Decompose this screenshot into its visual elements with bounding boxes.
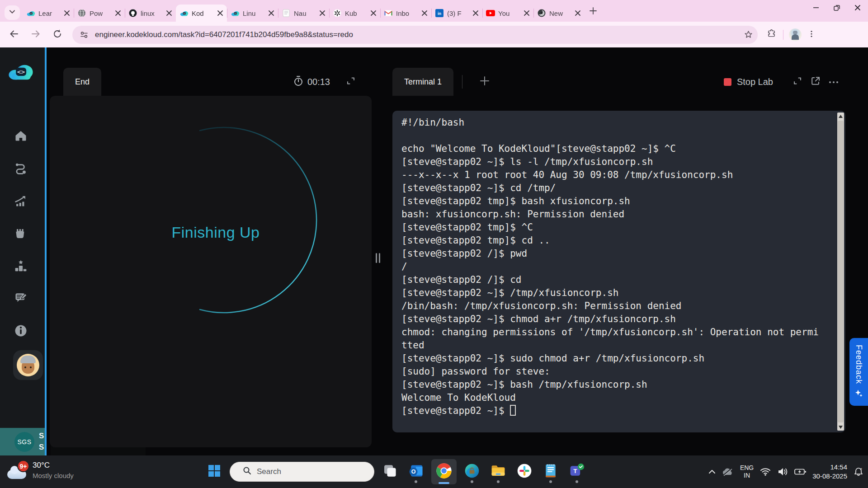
back-button[interactable] — [6, 27, 22, 42]
sidebar-user-avatar[interactable] — [13, 350, 43, 380]
browser-tab[interactable]: You — [482, 5, 533, 22]
reload-button[interactable] — [50, 27, 65, 42]
taskbar-app-chrome[interactable] — [431, 459, 457, 484]
add-terminal-button[interactable] — [477, 74, 492, 89]
taskbar-app-edge[interactable] — [461, 461, 483, 483]
taskbar-app-notepad[interactable] — [540, 461, 561, 483]
close-icon[interactable] — [575, 10, 581, 16]
tab-terminal-1[interactable]: Terminal 1 — [392, 68, 453, 96]
user-presence-overlay[interactable]: SGS S S — [0, 428, 47, 455]
browser-tab[interactable]: New — [533, 5, 585, 22]
sidebar-item-feedback[interactable] — [12, 290, 30, 308]
close-icon[interactable] — [268, 10, 274, 16]
browser-tab[interactable]: linux — [125, 5, 176, 22]
task-view-button[interactable] — [379, 461, 401, 483]
minimize-button[interactable] — [806, 0, 826, 17]
browser-tab[interactable]: Kub — [329, 5, 380, 22]
browser-tab[interactable]: Pow — [74, 5, 125, 22]
fullscreen-button[interactable] — [788, 73, 807, 91]
close-window-button[interactable] — [847, 0, 868, 17]
terminal-line: [steve@stapp02 /]$ cd — [401, 273, 827, 286]
tray-chevron-button[interactable] — [708, 469, 716, 474]
browser-tab[interactable]: <>Linu — [227, 5, 278, 22]
close-icon[interactable] — [166, 10, 172, 16]
tab-label: You — [498, 9, 520, 17]
browser-tab[interactable]: in(3) F — [431, 5, 482, 22]
page-viewport: <> SGS S S End — [0, 47, 868, 455]
browser-tab[interactable]: <>Kod — [176, 5, 227, 22]
wifi-icon[interactable] — [760, 468, 771, 476]
weather-widget[interactable]: 9+ 30°C Mostly cloudy — [6, 459, 74, 482]
close-icon[interactable] — [370, 10, 377, 16]
task-panel: End 00:13 Finish — [50, 68, 372, 447]
kodekloud-logo[interactable]: <> — [8, 61, 34, 81]
volume-icon[interactable] — [777, 467, 788, 476]
temperature: 30°C — [33, 461, 74, 470]
notification-bell-icon[interactable]: z — [854, 467, 863, 477]
language-indicator[interactable]: ENG IN — [740, 464, 754, 479]
close-icon[interactable] — [115, 10, 121, 16]
sidebar-item-home[interactable] — [12, 127, 30, 145]
tab-search-button[interactable] — [5, 5, 20, 20]
sidebar-item-progress[interactable] — [12, 192, 30, 211]
battery-icon[interactable] — [794, 468, 806, 475]
sidebar-item-paths[interactable] — [12, 160, 30, 178]
new-tab-button[interactable] — [586, 5, 600, 19]
panel-resize-handle[interactable] — [376, 253, 382, 263]
taskbar-app-teams[interactable]: T — [566, 461, 588, 483]
scrollbar-thumb[interactable] — [838, 121, 844, 422]
profile-button[interactable] — [787, 27, 803, 43]
windows-taskbar: 9+ 30°C Mostly cloudy Search OT ENG IN — [0, 455, 868, 488]
more-options-button[interactable] — [825, 73, 843, 91]
close-icon[interactable] — [524, 10, 530, 16]
svg-text:in: in — [438, 11, 441, 16]
feedback-button[interactable]: Feedback — [849, 338, 868, 406]
browser-tab[interactable]: Inbo — [380, 5, 431, 22]
chevron-down-icon — [9, 8, 16, 17]
bookmark-star-icon[interactable] — [744, 30, 753, 39]
taskbar-search[interactable]: Search — [230, 462, 374, 482]
close-icon[interactable] — [472, 10, 479, 16]
sidebar-item-labs[interactable] — [12, 225, 30, 243]
site-settings-icon[interactable] — [80, 30, 89, 39]
notification-count-badge: 9+ — [17, 460, 29, 472]
teams-icon: T — [569, 463, 585, 481]
scroll-up-icon[interactable] — [837, 113, 844, 120]
extensions-button[interactable] — [763, 27, 779, 43]
address-bar[interactable]: engineer.kodekloud.com/task?id=6407201f7… — [72, 26, 758, 44]
feedback-chat-icon — [14, 292, 28, 306]
browser-toolbar: engineer.kodekloud.com/task?id=6407201f7… — [0, 22, 868, 47]
sidebar-item-leaderboard[interactable] — [12, 258, 30, 276]
open-new-window-button[interactable] — [807, 73, 825, 91]
close-icon[interactable] — [217, 10, 223, 16]
tab-label: Kod — [192, 9, 213, 17]
scroll-down-icon[interactable] — [837, 423, 844, 431]
start-button[interactable] — [203, 461, 225, 483]
cloud-weather-icon: 9+ — [6, 459, 30, 482]
terminal-cursor — [510, 405, 516, 416]
close-icon[interactable] — [319, 10, 326, 16]
taskbar-app-slack[interactable] — [514, 461, 535, 483]
browser-tab[interactable]: <>Lear — [23, 5, 74, 22]
clock[interactable]: 14:54 30-08-2025 — [812, 463, 847, 481]
tab-end[interactable]: End — [63, 68, 101, 96]
taskbar-app-outlook[interactable]: O — [405, 461, 427, 483]
terminal-scrollbar[interactable] — [837, 113, 844, 431]
browser-tab[interactable]: Nau — [278, 5, 329, 22]
terminal-line: [steve@stapp02 ~]$ bash /tmp/xfusioncorp… — [401, 378, 827, 391]
taskbar-center: Search OT — [203, 459, 588, 484]
taskbar-app-explorer[interactable] — [487, 461, 509, 483]
url-text[interactable]: engineer.kodekloud.com/task?id=6407201f7… — [95, 30, 744, 39]
forward-button[interactable] — [28, 27, 43, 42]
running-indicator-dot — [576, 480, 578, 483]
sidebar-item-info[interactable] — [12, 323, 30, 341]
terminal[interactable]: #!/bin/bash echo "Welcome To KodeKloud"[… — [392, 111, 845, 432]
stop-lab-button[interactable]: Stop Lab — [737, 77, 773, 87]
onedrive-icon[interactable] — [722, 468, 734, 476]
fullscreen-button[interactable] — [342, 73, 360, 91]
overlay-letters: S S — [39, 430, 44, 453]
close-icon[interactable] — [421, 10, 428, 16]
browser-menu-button[interactable] — [803, 27, 820, 43]
maximize-button[interactable] — [826, 0, 847, 17]
close-icon[interactable] — [64, 10, 70, 16]
